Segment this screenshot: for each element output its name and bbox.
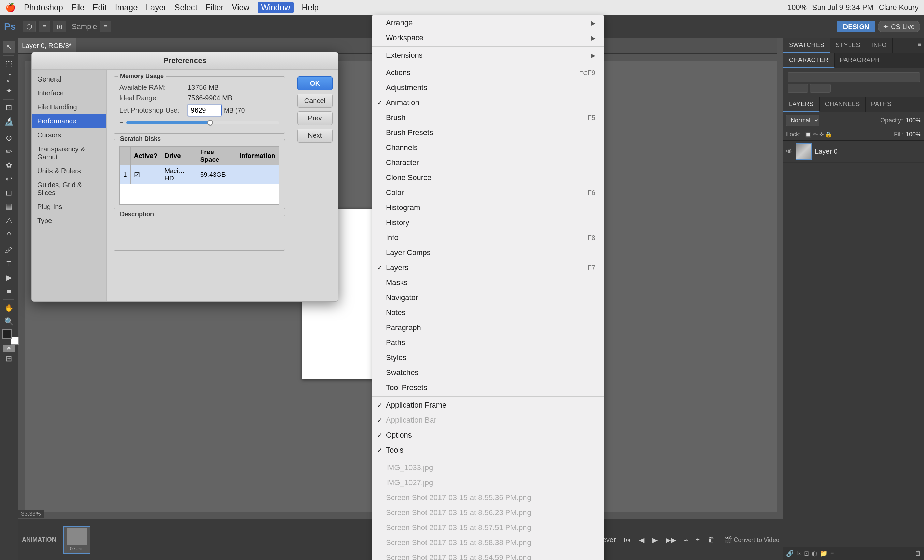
tool-marquee[interactable]: ⬚: [3, 58, 15, 70]
tool-history-brush[interactable]: ↩: [3, 173, 15, 185]
apple-menu[interactable]: 🍎: [6, 3, 16, 12]
tool-path-selection[interactable]: ▶: [3, 271, 15, 284]
menu-item-options[interactable]: Options: [372, 428, 604, 443]
tl-btn-delete[interactable]: 🗑: [705, 535, 718, 545]
timeline-frame-1[interactable]: 0 sec.: [63, 526, 90, 554]
row-active[interactable]: ☑: [130, 165, 161, 184]
layer-row[interactable]: 👁 Layer 0: [783, 141, 924, 163]
tool-type[interactable]: T: [3, 258, 15, 270]
tool-blur[interactable]: △: [3, 214, 15, 226]
tool-magic-wand[interactable]: ✦: [3, 85, 15, 97]
menu-item-extensions[interactable]: Extensions: [372, 48, 604, 63]
tool-crop[interactable]: ⊡: [3, 102, 15, 114]
menu-item-toolpresets[interactable]: Tool Presets: [372, 380, 604, 395]
menu-window[interactable]: Window: [258, 2, 294, 13]
prev-button[interactable]: Prev: [297, 111, 333, 125]
menu-item-paragraph[interactable]: Paragraph: [372, 320, 604, 335]
tool-hand[interactable]: ✋: [3, 302, 15, 314]
menu-photoshop[interactable]: Photoshop: [24, 3, 63, 12]
menu-item-character[interactable]: Character: [372, 155, 604, 170]
menu-item-masks[interactable]: Masks: [372, 275, 604, 290]
tab-swatches[interactable]: SWATCHES: [783, 38, 830, 53]
menu-item-color[interactable]: ColorF6: [372, 185, 604, 200]
pref-cursors[interactable]: Cursors: [32, 128, 106, 142]
menu-item-layercomps[interactable]: Layer Comps: [372, 245, 604, 260]
menu-item-paths[interactable]: Paths: [372, 335, 604, 350]
menu-item-styles[interactable]: Styles: [372, 350, 604, 365]
menu-item-clonesource[interactable]: Clone Source: [372, 170, 604, 185]
menu-item-brushpresets[interactable]: Brush Presets: [372, 125, 604, 140]
tab-channels[interactable]: CHANNELS: [820, 97, 866, 112]
quick-mask-mode[interactable]: ⊛: [3, 346, 15, 352]
tl-btn-first[interactable]: ⏮: [621, 535, 634, 545]
layer-delete-icon[interactable]: 🗑: [915, 550, 921, 557]
menu-select[interactable]: Select: [175, 3, 198, 12]
memory-slider-track[interactable]: [126, 121, 279, 124]
tab-character[interactable]: CHARACTER: [783, 53, 835, 68]
menu-item-info[interactable]: InfoF8: [372, 230, 604, 245]
layer-link-icon[interactable]: 🔗: [786, 550, 794, 557]
timeline-convert[interactable]: 🎬 Convert to Video: [724, 536, 779, 544]
tool-btn-2[interactable]: ≡: [39, 21, 50, 32]
menu-item-histogram[interactable]: Histogram: [372, 200, 604, 215]
menu-item-applicationframe[interactable]: Application Frame: [372, 398, 604, 413]
char-font-family[interactable]: [788, 72, 920, 82]
color-picker[interactable]: [2, 329, 15, 342]
menu-item-notes[interactable]: Notes: [372, 305, 604, 320]
menu-file[interactable]: File: [71, 3, 85, 12]
menu-item-workspace[interactable]: Workspace: [372, 30, 604, 45]
char-leading[interactable]: [810, 84, 831, 93]
tab-paths[interactable]: PATHS: [866, 97, 897, 112]
memory-slider-thumb[interactable]: [207, 120, 213, 126]
tab-styles[interactable]: STYLES: [830, 38, 866, 53]
layer-adj-icon[interactable]: ◐: [812, 550, 817, 557]
tool-btn-4[interactable]: ≡: [100, 21, 112, 32]
menu-edit[interactable]: Edit: [93, 3, 106, 12]
cancel-button[interactable]: Cancel: [297, 94, 333, 108]
menu-item-arrange[interactable]: Arrange: [372, 15, 604, 30]
tab-layers[interactable]: LAYERS: [783, 97, 820, 112]
panel-menu-icon[interactable]: ≡: [915, 38, 924, 53]
pref-performance[interactable]: Performance: [32, 114, 106, 128]
ok-button[interactable]: OK: [297, 76, 333, 90]
menu-item-tools[interactable]: Tools: [372, 443, 604, 458]
tool-eyedropper[interactable]: 🔬: [3, 115, 15, 127]
tool-lasso[interactable]: ʆ: [3, 71, 15, 84]
tool-btn-3[interactable]: ⊞: [53, 21, 66, 32]
tool-healing[interactable]: ⊕: [3, 132, 15, 144]
tab-paragraph[interactable]: PARAGRAPH: [835, 53, 885, 68]
tl-btn-play[interactable]: ▶: [650, 535, 660, 545]
fill-value[interactable]: 100%: [906, 131, 921, 138]
menu-item-animation[interactable]: Animation: [372, 95, 604, 110]
char-font-size[interactable]: [788, 84, 808, 93]
tool-dodge[interactable]: ○: [3, 228, 15, 240]
tl-btn-new-frame[interactable]: +: [693, 535, 703, 545]
menu-item-navigator[interactable]: Navigator: [372, 290, 604, 305]
tool-brush[interactable]: ✏: [3, 146, 15, 158]
tool-clone-stamp[interactable]: ✿: [3, 159, 15, 172]
menu-item-channels[interactable]: Channels: [372, 140, 604, 155]
pref-plugins[interactable]: Plug-Ins: [32, 200, 106, 214]
menu-item-history[interactable]: History: [372, 215, 604, 230]
tl-btn-prev[interactable]: ◀: [636, 535, 647, 545]
next-button[interactable]: Next: [297, 129, 333, 142]
tab-info[interactable]: INFO: [866, 38, 892, 53]
tool-btn-1[interactable]: ⬡: [22, 21, 36, 32]
menu-item-actions[interactable]: Actions⌥F9: [372, 65, 604, 80]
layer-group-icon[interactable]: 📁: [820, 550, 827, 557]
tool-zoom[interactable]: 🔍: [3, 316, 15, 328]
menu-help[interactable]: Help: [302, 3, 319, 12]
blend-mode-select[interactable]: Normal: [786, 115, 819, 126]
pref-units-rulers[interactable]: Units & Rulers: [32, 164, 106, 178]
tl-btn-next[interactable]: ▶▶: [663, 535, 679, 545]
menu-view[interactable]: View: [232, 3, 250, 12]
layer-mask-icon[interactable]: ⊡: [804, 550, 809, 557]
layer-fx-icon[interactable]: fx: [796, 550, 801, 557]
tool-gradient[interactable]: ▤: [3, 200, 15, 213]
pref-general[interactable]: General: [32, 72, 106, 86]
tool-pen[interactable]: 🖊: [3, 244, 15, 256]
foreground-color[interactable]: [2, 329, 12, 338]
pref-interface[interactable]: Interface: [32, 86, 106, 100]
menu-item-swatches[interactable]: Swatches: [372, 365, 604, 380]
opacity-value[interactable]: 100%: [906, 117, 921, 124]
